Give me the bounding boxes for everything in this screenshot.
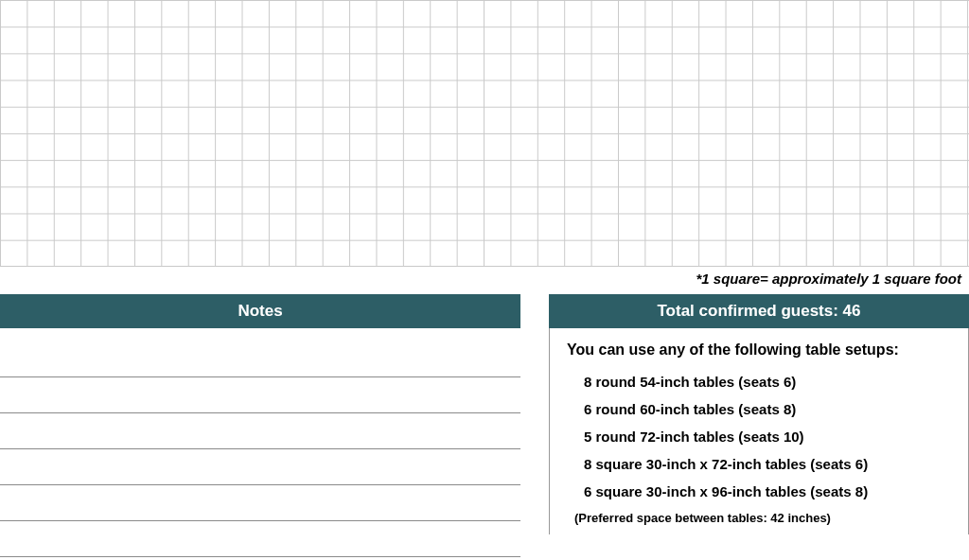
- floorplan-grid[interactable]: [0, 0, 969, 267]
- guests-header: Total confirmed guests: 46: [549, 294, 969, 328]
- note-line[interactable]: [0, 377, 520, 413]
- preferred-spacing: (Preferred space between tables: 42 inch…: [567, 505, 951, 527]
- note-line[interactable]: [0, 449, 520, 485]
- setup-item: 6 round 60-inch tables (seats 8): [567, 395, 951, 423]
- note-line[interactable]: [0, 521, 520, 557]
- note-line[interactable]: [0, 485, 520, 521]
- notes-header: Notes: [0, 294, 520, 328]
- setup-intro: You can use any of the following table s…: [567, 341, 951, 359]
- notes-body: [0, 328, 520, 557]
- note-line[interactable]: [0, 341, 520, 377]
- setups-body: You can use any of the following table s…: [549, 328, 969, 534]
- setup-item: 8 square 30-inch x 72-inch tables (seats…: [567, 450, 951, 478]
- setups-panel: Total confirmed guests: 46 You can use a…: [549, 294, 969, 557]
- setup-item: 6 square 30-inch x 96-inch tables (seats…: [567, 478, 951, 505]
- note-line[interactable]: [0, 413, 520, 449]
- grid-legend: *1 square= approximately 1 square foot: [0, 267, 969, 294]
- notes-panel: Notes: [0, 294, 520, 557]
- setup-item: 5 round 72-inch tables (seats 10): [567, 423, 951, 450]
- setup-item: 8 round 54-inch tables (seats 6): [567, 368, 951, 395]
- panels-row: Notes Total confirmed guests: 46 You can…: [0, 294, 969, 557]
